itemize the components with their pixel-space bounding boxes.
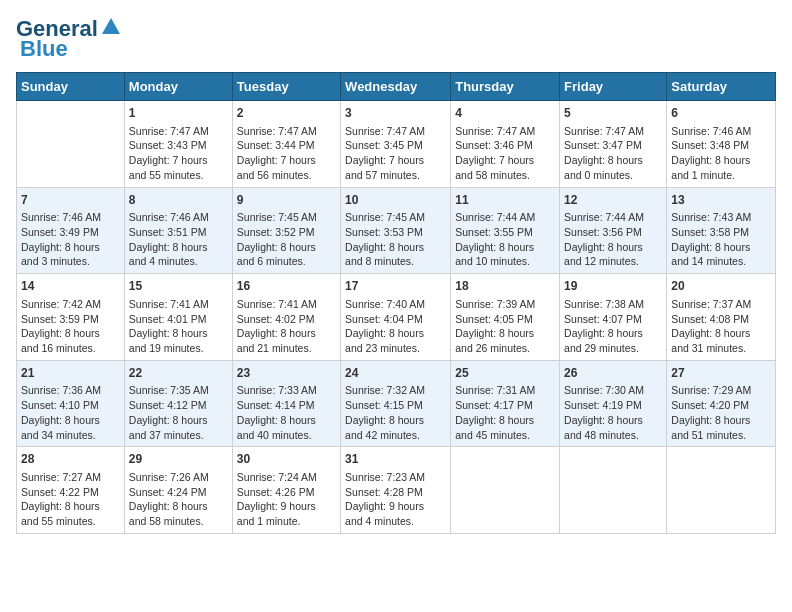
day-info: Sunrise: 7:39 AM Sunset: 4:05 PM Dayligh… [455,297,555,356]
calendar-cell: 5Sunrise: 7:47 AM Sunset: 3:47 PM Daylig… [560,101,667,188]
day-number: 2 [237,105,336,122]
day-info: Sunrise: 7:23 AM Sunset: 4:28 PM Dayligh… [345,470,446,529]
day-number: 14 [21,278,120,295]
weekday-header-row: SundayMondayTuesdayWednesdayThursdayFrid… [17,73,776,101]
day-number: 3 [345,105,446,122]
day-number: 26 [564,365,662,382]
calendar-cell: 3Sunrise: 7:47 AM Sunset: 3:45 PM Daylig… [341,101,451,188]
day-info: Sunrise: 7:36 AM Sunset: 4:10 PM Dayligh… [21,383,120,442]
calendar-cell: 16Sunrise: 7:41 AM Sunset: 4:02 PM Dayli… [232,274,340,361]
weekday-header: Tuesday [232,73,340,101]
day-info: Sunrise: 7:44 AM Sunset: 3:56 PM Dayligh… [564,210,662,269]
day-info: Sunrise: 7:32 AM Sunset: 4:15 PM Dayligh… [345,383,446,442]
day-info: Sunrise: 7:33 AM Sunset: 4:14 PM Dayligh… [237,383,336,442]
day-number: 13 [671,192,771,209]
day-info: Sunrise: 7:47 AM Sunset: 3:43 PM Dayligh… [129,124,228,183]
day-number: 17 [345,278,446,295]
calendar-cell: 26Sunrise: 7:30 AM Sunset: 4:19 PM Dayli… [560,360,667,447]
day-number: 15 [129,278,228,295]
calendar-cell [17,101,125,188]
logo-icon [100,16,122,38]
calendar-cell: 2Sunrise: 7:47 AM Sunset: 3:44 PM Daylig… [232,101,340,188]
calendar-cell [560,447,667,534]
calendar-cell [451,447,560,534]
day-info: Sunrise: 7:46 AM Sunset: 3:51 PM Dayligh… [129,210,228,269]
day-info: Sunrise: 7:42 AM Sunset: 3:59 PM Dayligh… [21,297,120,356]
calendar-cell: 10Sunrise: 7:45 AM Sunset: 3:53 PM Dayli… [341,187,451,274]
day-info: Sunrise: 7:41 AM Sunset: 4:01 PM Dayligh… [129,297,228,356]
calendar-cell: 7Sunrise: 7:46 AM Sunset: 3:49 PM Daylig… [17,187,125,274]
calendar-week-row: 1Sunrise: 7:47 AM Sunset: 3:43 PM Daylig… [17,101,776,188]
calendar-cell: 11Sunrise: 7:44 AM Sunset: 3:55 PM Dayli… [451,187,560,274]
day-info: Sunrise: 7:37 AM Sunset: 4:08 PM Dayligh… [671,297,771,356]
day-info: Sunrise: 7:24 AM Sunset: 4:26 PM Dayligh… [237,470,336,529]
day-number: 7 [21,192,120,209]
day-info: Sunrise: 7:47 AM Sunset: 3:46 PM Dayligh… [455,124,555,183]
calendar-cell: 21Sunrise: 7:36 AM Sunset: 4:10 PM Dayli… [17,360,125,447]
day-number: 31 [345,451,446,468]
day-info: Sunrise: 7:43 AM Sunset: 3:58 PM Dayligh… [671,210,771,269]
page-header: General Blue [16,16,776,62]
day-number: 1 [129,105,228,122]
day-number: 29 [129,451,228,468]
calendar-cell: 19Sunrise: 7:38 AM Sunset: 4:07 PM Dayli… [560,274,667,361]
weekday-header: Saturday [667,73,776,101]
day-info: Sunrise: 7:47 AM Sunset: 3:44 PM Dayligh… [237,124,336,183]
calendar-week-row: 21Sunrise: 7:36 AM Sunset: 4:10 PM Dayli… [17,360,776,447]
calendar-cell [667,447,776,534]
calendar-cell: 28Sunrise: 7:27 AM Sunset: 4:22 PM Dayli… [17,447,125,534]
weekday-header: Sunday [17,73,125,101]
calendar-cell: 13Sunrise: 7:43 AM Sunset: 3:58 PM Dayli… [667,187,776,274]
day-info: Sunrise: 7:45 AM Sunset: 3:53 PM Dayligh… [345,210,446,269]
calendar-cell: 20Sunrise: 7:37 AM Sunset: 4:08 PM Dayli… [667,274,776,361]
day-info: Sunrise: 7:40 AM Sunset: 4:04 PM Dayligh… [345,297,446,356]
day-info: Sunrise: 7:47 AM Sunset: 3:45 PM Dayligh… [345,124,446,183]
day-number: 25 [455,365,555,382]
day-info: Sunrise: 7:41 AM Sunset: 4:02 PM Dayligh… [237,297,336,356]
day-info: Sunrise: 7:38 AM Sunset: 4:07 PM Dayligh… [564,297,662,356]
calendar-cell: 17Sunrise: 7:40 AM Sunset: 4:04 PM Dayli… [341,274,451,361]
day-info: Sunrise: 7:45 AM Sunset: 3:52 PM Dayligh… [237,210,336,269]
day-info: Sunrise: 7:31 AM Sunset: 4:17 PM Dayligh… [455,383,555,442]
day-number: 21 [21,365,120,382]
weekday-header: Wednesday [341,73,451,101]
day-number: 27 [671,365,771,382]
day-number: 16 [237,278,336,295]
day-number: 5 [564,105,662,122]
day-info: Sunrise: 7:30 AM Sunset: 4:19 PM Dayligh… [564,383,662,442]
calendar-cell: 29Sunrise: 7:26 AM Sunset: 4:24 PM Dayli… [124,447,232,534]
svg-marker-0 [102,18,120,34]
calendar-cell: 25Sunrise: 7:31 AM Sunset: 4:17 PM Dayli… [451,360,560,447]
weekday-header: Thursday [451,73,560,101]
calendar-cell: 8Sunrise: 7:46 AM Sunset: 3:51 PM Daylig… [124,187,232,274]
day-number: 24 [345,365,446,382]
day-info: Sunrise: 7:26 AM Sunset: 4:24 PM Dayligh… [129,470,228,529]
day-info: Sunrise: 7:27 AM Sunset: 4:22 PM Dayligh… [21,470,120,529]
calendar-cell: 18Sunrise: 7:39 AM Sunset: 4:05 PM Dayli… [451,274,560,361]
day-number: 19 [564,278,662,295]
calendar-cell: 6Sunrise: 7:46 AM Sunset: 3:48 PM Daylig… [667,101,776,188]
calendar-week-row: 7Sunrise: 7:46 AM Sunset: 3:49 PM Daylig… [17,187,776,274]
calendar-week-row: 28Sunrise: 7:27 AM Sunset: 4:22 PM Dayli… [17,447,776,534]
calendar-cell: 23Sunrise: 7:33 AM Sunset: 4:14 PM Dayli… [232,360,340,447]
calendar-cell: 4Sunrise: 7:47 AM Sunset: 3:46 PM Daylig… [451,101,560,188]
weekday-header: Monday [124,73,232,101]
calendar-cell: 14Sunrise: 7:42 AM Sunset: 3:59 PM Dayli… [17,274,125,361]
day-number: 12 [564,192,662,209]
calendar-cell: 12Sunrise: 7:44 AM Sunset: 3:56 PM Dayli… [560,187,667,274]
calendar-cell: 1Sunrise: 7:47 AM Sunset: 3:43 PM Daylig… [124,101,232,188]
logo: General Blue [16,16,122,62]
day-info: Sunrise: 7:29 AM Sunset: 4:20 PM Dayligh… [671,383,771,442]
day-number: 10 [345,192,446,209]
day-info: Sunrise: 7:35 AM Sunset: 4:12 PM Dayligh… [129,383,228,442]
day-number: 4 [455,105,555,122]
day-number: 18 [455,278,555,295]
calendar-cell: 24Sunrise: 7:32 AM Sunset: 4:15 PM Dayli… [341,360,451,447]
weekday-header: Friday [560,73,667,101]
day-number: 11 [455,192,555,209]
day-number: 9 [237,192,336,209]
day-info: Sunrise: 7:46 AM Sunset: 3:48 PM Dayligh… [671,124,771,183]
calendar-cell: 27Sunrise: 7:29 AM Sunset: 4:20 PM Dayli… [667,360,776,447]
day-number: 20 [671,278,771,295]
calendar-week-row: 14Sunrise: 7:42 AM Sunset: 3:59 PM Dayli… [17,274,776,361]
